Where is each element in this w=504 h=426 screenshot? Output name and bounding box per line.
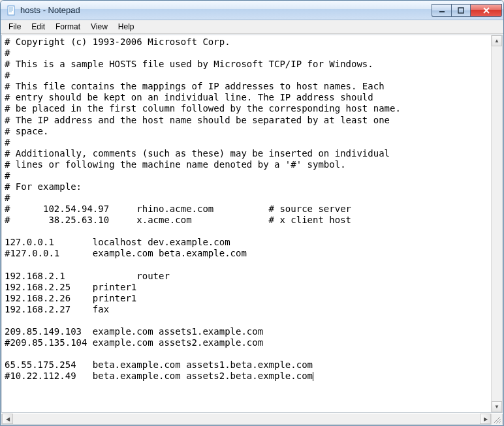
- window-title: hosts - Notepad: [20, 5, 432, 15]
- menubar: File Edit Format View Help: [1, 20, 503, 34]
- content-area: # Copyright (c) 1993-2006 Microsoft Corp…: [1, 35, 503, 413]
- menu-format[interactable]: Format: [50, 21, 86, 33]
- menu-view[interactable]: View: [86, 21, 113, 33]
- horizontal-scrollbar[interactable]: ◀ ▶: [2, 414, 491, 424]
- scroll-up-arrow-icon[interactable]: ▲: [492, 35, 502, 46]
- menu-edit[interactable]: Edit: [26, 21, 50, 33]
- minimize-button[interactable]: [432, 4, 451, 17]
- scroll-down-arrow-icon[interactable]: ▼: [492, 401, 502, 412]
- notepad-icon: [6, 5, 16, 16]
- resize-grip-icon[interactable]: [491, 414, 502, 425]
- menu-file[interactable]: File: [3, 21, 26, 33]
- text-editor[interactable]: # Copyright (c) 1993-2006 Microsoft Corp…: [2, 35, 491, 412]
- scroll-track-horizontal[interactable]: [13, 414, 480, 424]
- menu-help[interactable]: Help: [113, 21, 140, 33]
- notepad-window: hosts - Notepad File Edit Format View He…: [0, 0, 504, 426]
- scroll-track-vertical[interactable]: [492, 46, 502, 401]
- scroll-right-arrow-icon[interactable]: ▶: [480, 414, 491, 424]
- editor-text: # Copyright (c) 1993-2006 Microsoft Corp…: [5, 37, 401, 381]
- close-button[interactable]: [471, 4, 502, 17]
- titlebar[interactable]: hosts - Notepad: [1, 1, 503, 20]
- horizontal-scrollbar-container: ◀ ▶: [1, 414, 503, 425]
- window-controls: [432, 4, 502, 17]
- vertical-scrollbar[interactable]: ▲ ▼: [491, 35, 502, 412]
- maximize-button[interactable]: [451, 4, 471, 17]
- svg-rect-6: [458, 8, 464, 13]
- text-caret: [313, 372, 313, 381]
- scroll-left-arrow-icon[interactable]: ◀: [2, 414, 13, 424]
